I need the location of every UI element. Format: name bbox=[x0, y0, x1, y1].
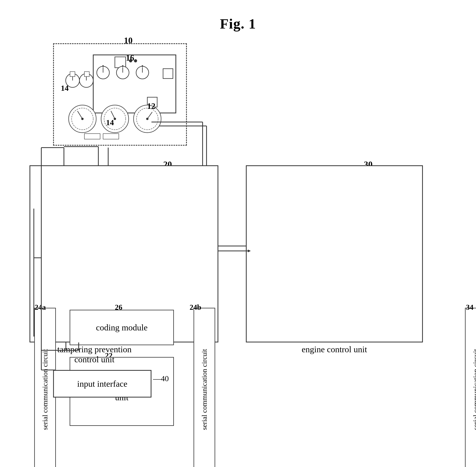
page-title: Fig. 1 bbox=[0, 0, 476, 32]
svg-point-43 bbox=[146, 118, 149, 120]
tpcu-label: tampering prevention control unit bbox=[45, 344, 144, 364]
svg-rect-18 bbox=[115, 57, 126, 68]
ecu-box: serial communication circuit 34 third me… bbox=[246, 165, 423, 342]
scc-24a: serial communication circuit bbox=[34, 308, 56, 467]
scc-24a-text: serial communication circuit bbox=[35, 308, 55, 467]
label-16: 16 bbox=[126, 53, 134, 63]
svg-rect-30 bbox=[163, 69, 173, 78]
svg-rect-45 bbox=[103, 134, 119, 139]
svg-rect-52 bbox=[70, 72, 75, 77]
scc-34-text: serial communication circuit bbox=[465, 308, 476, 467]
ecu-label: engine control unit bbox=[246, 344, 423, 354]
svg-rect-53 bbox=[84, 72, 89, 77]
diagram: 10 bbox=[29, 31, 443, 454]
label-12: 12 bbox=[147, 101, 155, 111]
label-24a: 24a bbox=[35, 303, 46, 311]
cluster-interior-svg bbox=[54, 44, 188, 146]
scc-34: serial communication circuit bbox=[465, 308, 476, 467]
coding-module-text: coding module bbox=[96, 323, 148, 333]
label-14-top: 14 bbox=[61, 83, 69, 93]
input-interface-text: input interface bbox=[77, 379, 127, 389]
svg-point-20 bbox=[134, 59, 137, 62]
label-40: —40 bbox=[153, 374, 169, 383]
label-24b: 24b bbox=[190, 303, 201, 311]
svg-point-35 bbox=[81, 118, 84, 120]
scc-24b-text: serial communication circuit bbox=[194, 308, 215, 467]
svg-point-39 bbox=[114, 118, 116, 120]
cluster-box: 14 14 bbox=[53, 43, 187, 146]
label-34: 34 bbox=[466, 303, 474, 311]
label-14-bottom: 14 bbox=[106, 118, 114, 127]
svg-rect-44 bbox=[84, 134, 100, 139]
scc-24b: serial communication circuit bbox=[194, 308, 215, 467]
svg-rect-17 bbox=[93, 55, 176, 113]
tpcu-box: serial communication circuit 24a serial … bbox=[29, 165, 218, 342]
input-interface-box: input interface bbox=[53, 370, 151, 398]
coding-module: coding module bbox=[70, 310, 174, 345]
